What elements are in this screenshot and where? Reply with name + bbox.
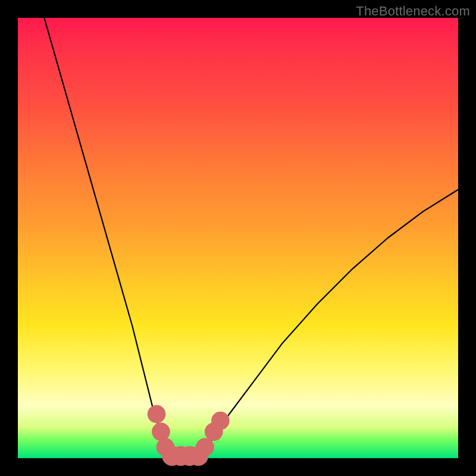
curve-marker <box>152 422 170 441</box>
curve-marker <box>196 438 214 456</box>
bottleneck-curve <box>18 18 458 458</box>
curve-marker <box>211 412 230 430</box>
curve-path <box>44 18 458 458</box>
curve-marker <box>148 405 166 424</box>
curve-markers <box>148 405 230 466</box>
chart-plot-area <box>18 18 458 458</box>
attribution-text: TheBottleneck.com <box>356 4 470 19</box>
chart-frame: TheBottleneck.com <box>0 0 476 476</box>
